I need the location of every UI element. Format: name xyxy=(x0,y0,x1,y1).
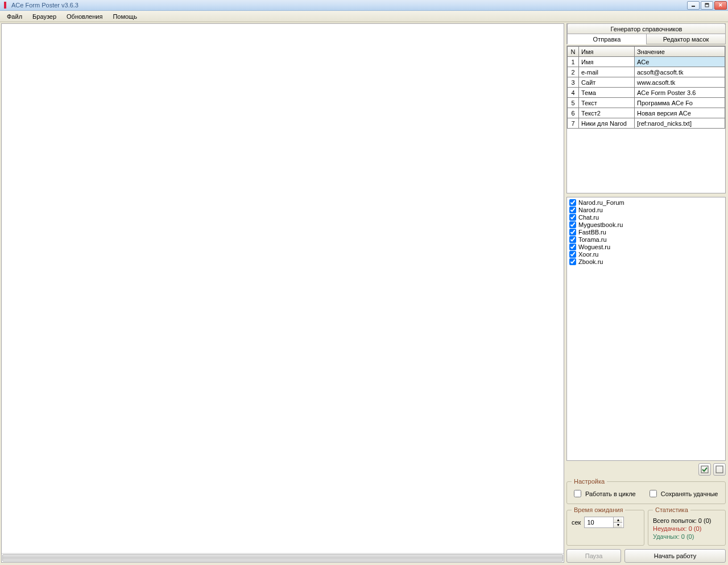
close-button[interactable]: ✕ xyxy=(714,1,727,10)
maximize-button[interactable] xyxy=(701,1,713,10)
check-icon xyxy=(701,465,709,473)
table-row[interactable]: 5 Текст Программа ACe Fo xyxy=(568,98,725,108)
saveok-checkbox[interactable] xyxy=(650,490,657,497)
list-item[interactable]: Narod.ru xyxy=(569,206,723,213)
stats-total: Всего попыток: 0 (0) xyxy=(653,517,721,525)
params-table-container: N Имя Значение 1 Имя ACe 2 e xyxy=(566,46,726,193)
loop-label: Работать в цикле xyxy=(585,490,636,497)
site-checkbox[interactable] xyxy=(569,258,576,265)
seconds-input[interactable] xyxy=(585,517,613,527)
menu-browser[interactable]: Браузер xyxy=(28,12,61,21)
cell-name: Сайт xyxy=(579,77,635,88)
cell-n: 4 xyxy=(568,88,579,98)
site-label: Torama.ru xyxy=(578,236,607,243)
table-row[interactable]: 1 Имя ACe xyxy=(568,57,725,67)
params-header-name[interactable]: Имя xyxy=(579,47,635,57)
table-row[interactable]: 6 Текст2 Новая версия ACe xyxy=(568,108,725,118)
table-row[interactable]: 3 Сайт www.acsoft.tk xyxy=(568,77,725,88)
browser-view xyxy=(1,23,564,563)
params-table: N Имя Значение 1 Имя ACe 2 e xyxy=(567,46,725,129)
cell-value[interactable]: acsoft@acsoft.tk xyxy=(635,67,725,77)
cell-value[interactable]: Программа ACe Fo xyxy=(635,98,725,108)
progress-area xyxy=(2,553,564,562)
stats-group: Статистика Всего попыток: 0 (0) Неудачны… xyxy=(648,506,726,546)
list-item[interactable]: FastBB.ru xyxy=(569,228,723,236)
site-label: Narod.ru_Forum xyxy=(578,199,624,206)
progress-bar xyxy=(2,554,563,562)
pause-button[interactable]: Пауза xyxy=(566,549,621,563)
site-checkbox[interactable] xyxy=(569,229,576,236)
table-row[interactable]: 7 Ники для Narod [ref:narod_nicks.txt] xyxy=(568,118,725,129)
cell-n: 3 xyxy=(568,77,579,88)
cell-n: 7 xyxy=(568,118,579,129)
list-item[interactable]: Narod.ru_Forum xyxy=(569,199,723,206)
params-header-value[interactable]: Значение xyxy=(635,47,725,57)
settings-legend: Настройка xyxy=(572,478,607,485)
cell-n: 6 xyxy=(568,108,579,118)
window-title: ACe Form Poster v3.6.3 xyxy=(11,2,687,9)
list-item[interactable]: Xoor.ru xyxy=(569,250,723,258)
site-checkbox[interactable] xyxy=(569,207,576,213)
site-label: Zbook.ru xyxy=(578,258,603,265)
cell-value[interactable]: Новая версия ACe xyxy=(635,108,725,118)
start-button[interactable]: Начать работу xyxy=(624,549,726,563)
titlebar: ACe Form Poster v3.6.3 ✕ xyxy=(0,0,728,11)
table-row[interactable]: 2 e-mail acsoft@acsoft.tk xyxy=(568,67,725,77)
site-checkbox[interactable] xyxy=(569,214,576,221)
tab-generator[interactable]: Генератор справочников xyxy=(567,23,726,34)
uncheck-all-button[interactable] xyxy=(713,463,726,476)
site-label: Narod.ru xyxy=(578,207,603,213)
svg-rect-5 xyxy=(716,466,723,473)
list-item[interactable]: Chat.ru xyxy=(569,213,723,221)
cell-value[interactable]: [ref:narod_nicks.txt] xyxy=(635,118,725,129)
site-checkbox[interactable] xyxy=(569,244,576,250)
uncheck-icon xyxy=(715,465,723,473)
menubar: Файл Браузер Обновления Помощь xyxy=(0,11,728,22)
site-label: Xoor.ru xyxy=(578,251,598,258)
site-checkbox[interactable] xyxy=(569,236,576,243)
menu-updates[interactable]: Обновления xyxy=(62,12,107,21)
loop-option[interactable]: Работать в цикле xyxy=(572,488,636,499)
cell-n: 2 xyxy=(568,67,579,77)
site-label: Myguestbook.ru xyxy=(578,221,623,228)
check-all-button[interactable] xyxy=(698,463,711,476)
menu-file[interactable]: Файл xyxy=(2,12,27,21)
cell-name: Текст2 xyxy=(579,108,635,118)
list-item[interactable]: Torama.ru xyxy=(569,236,723,243)
cell-name: Имя xyxy=(579,57,635,67)
site-checkbox[interactable] xyxy=(569,199,576,206)
minimize-button[interactable] xyxy=(687,1,700,10)
spin-up[interactable]: ▲ xyxy=(614,517,622,523)
cell-name: Ники для Narod xyxy=(579,118,635,129)
site-checkbox[interactable] xyxy=(569,221,576,228)
wait-group: Время ожидания сек ▲ ▼ xyxy=(566,506,644,546)
tab-masks[interactable]: Редактор масок xyxy=(646,34,726,44)
loop-checkbox[interactable] xyxy=(574,490,581,497)
saveok-label: Сохранять удачные xyxy=(661,490,718,497)
list-item[interactable]: Zbook.ru xyxy=(569,258,723,265)
cell-value[interactable]: ACe Form Poster 3.6 xyxy=(635,88,725,98)
window-controls: ✕ xyxy=(687,1,727,10)
table-row[interactable]: 4 Тема ACe Form Poster 3.6 xyxy=(568,88,725,98)
site-label: Woguest.ru xyxy=(578,244,610,250)
sidebar-tabs: Генератор справочников Отправка Редактор… xyxy=(566,23,726,44)
menu-help[interactable]: Помощь xyxy=(108,12,142,21)
sites-actions xyxy=(566,461,726,478)
cell-value[interactable]: ACe xyxy=(635,57,725,67)
cell-value[interactable]: www.acsoft.tk xyxy=(635,77,725,88)
saveok-option[interactable]: Сохранять удачные xyxy=(647,488,718,499)
tab-send[interactable]: Отправка xyxy=(567,34,647,44)
spin-down[interactable]: ▼ xyxy=(614,523,622,528)
seconds-spinner[interactable]: ▲ ▼ xyxy=(584,517,624,528)
svg-rect-3 xyxy=(705,3,709,5)
list-item[interactable]: Myguestbook.ru xyxy=(569,221,723,228)
svg-rect-0 xyxy=(4,2,6,9)
cell-n: 1 xyxy=(568,57,579,67)
stats-ok: Удачных: 0 (0) xyxy=(653,533,721,541)
site-checkbox[interactable] xyxy=(569,251,576,258)
svg-rect-4 xyxy=(701,466,708,473)
cell-n: 5 xyxy=(568,98,579,108)
wait-legend: Время ожидания xyxy=(572,506,625,513)
list-item[interactable]: Woguest.ru xyxy=(569,243,723,250)
params-header-n[interactable]: N xyxy=(568,47,579,57)
